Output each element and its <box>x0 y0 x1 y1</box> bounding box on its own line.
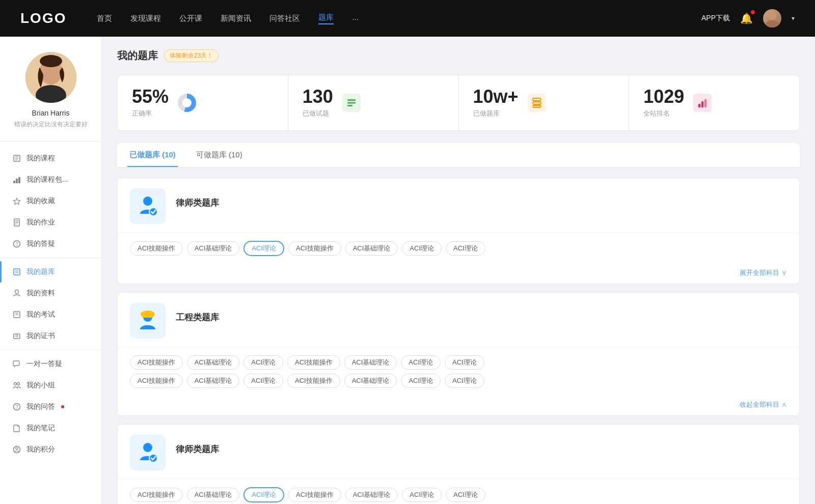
tag-5[interactable]: ACI理论 <box>402 241 442 256</box>
nav-quiz[interactable]: 题库 <box>318 13 334 24</box>
quiz-bank-icon <box>12 267 21 276</box>
collapse-btn-engineer[interactable]: 收起全部科目 ∧ <box>118 396 799 415</box>
svg-rect-26 <box>14 334 20 339</box>
eng-tag-0[interactable]: ACI技能操作 <box>130 355 183 370</box>
notification-bell[interactable]: 🔔 <box>740 12 753 24</box>
quiz-bank-lawyer-1-name: 律师类题库 <box>176 197 219 209</box>
sidebar-item-1on1[interactable]: 一对一答疑 <box>0 353 101 375</box>
tab-done[interactable]: 已做题库 (10) <box>127 143 178 167</box>
svg-point-33 <box>16 447 18 450</box>
eng-tag-1[interactable]: ACI基础理论 <box>187 355 240 370</box>
favorites-icon <box>12 197 21 206</box>
eng-tag2-2[interactable]: ACI理论 <box>243 374 283 388</box>
eng-tag-3[interactable]: ACI技能操作 <box>287 355 340 370</box>
l2-tag-0[interactable]: ACI技能操作 <box>130 488 183 502</box>
sidebar-item-certificate[interactable]: 我的证书 <box>0 325 101 347</box>
eng-tag2-3[interactable]: ACI技能操作 <box>287 374 340 388</box>
app-download-btn[interactable]: APP下载 <box>701 14 730 23</box>
tags-row-engineer-1: ACI技能操作 ACI基础理论 ACI理论 ACI技能操作 ACI基础理论 AC… <box>130 355 787 370</box>
eng-tag-2[interactable]: ACI理论 <box>243 355 283 370</box>
tag-4[interactable]: ACI基础理论 <box>345 241 398 256</box>
sidebar-profile: Brian Harris 错误的决定比没有决定要好 <box>0 52 101 142</box>
l2-tag-5[interactable]: ACI理论 <box>402 488 442 502</box>
nav-news[interactable]: 新闻资讯 <box>221 14 251 23</box>
eng-tag2-0[interactable]: ACI技能操作 <box>130 374 183 388</box>
quiz-bank-engineer-header: 工程类题库 <box>118 293 799 347</box>
tag-0[interactable]: ACI技能操作 <box>130 241 183 256</box>
sidebar-item-notes[interactable]: 我的笔记 <box>0 417 101 439</box>
nav-discover[interactable]: 发现课程 <box>130 14 161 23</box>
sidebar-item-qa[interactable]: ? 我的答疑 <box>0 233 101 255</box>
exam-icon <box>12 310 21 319</box>
eng-tag2-4[interactable]: ACI基础理论 <box>344 374 397 388</box>
sidebar-item-homework[interactable]: 我的作业 <box>0 212 101 233</box>
bar-chart-icon <box>693 94 712 112</box>
tag-3[interactable]: ACI技能操作 <box>288 241 341 256</box>
logo: LOGO <box>20 10 66 26</box>
eng-tag2-5[interactable]: ACI理论 <box>401 374 441 388</box>
expand-btn-lawyer-1[interactable]: 展开全部科目 ∨ <box>118 264 799 284</box>
l2-tag-1[interactable]: ACI基础理论 <box>187 488 240 502</box>
quiz-bank-engineer-name: 工程类题库 <box>176 312 219 323</box>
sidebar-label-my-course: 我的课程 <box>26 154 55 163</box>
eng-tag2-1[interactable]: ACI基础理论 <box>187 374 240 388</box>
sidebar-item-exam[interactable]: 我的考试 <box>0 304 101 325</box>
sidebar-item-profile[interactable]: 我的资料 <box>0 283 101 304</box>
nav-more[interactable]: ··· <box>352 14 359 23</box>
sidebar-item-favorites[interactable]: 我的收藏 <box>0 190 101 212</box>
nav-qa[interactable]: 问答社区 <box>269 14 300 23</box>
collapse-label-engineer: 收起全部科目 ∧ <box>740 400 787 409</box>
stat-accuracy: 55% 正确率 <box>118 75 288 130</box>
tag-1[interactable]: ACI基础理论 <box>187 241 240 256</box>
eng-tag-6[interactable]: ACI理论 <box>445 355 484 370</box>
eng-tag-5[interactable]: ACI理论 <box>401 355 441 370</box>
svg-text:?: ? <box>15 241 18 247</box>
sidebar-item-my-course[interactable]: 我的课程 <box>0 148 101 169</box>
sidebar-menu: 我的课程 我的课程包... 我的收藏 我的作业 <box>0 148 101 460</box>
sidebar-label-group: 我的小组 <box>26 381 55 390</box>
qa-icon: ? <box>12 239 21 248</box>
sidebar-label-qa: 我的答疑 <box>26 239 55 248</box>
notes-icon <box>12 424 21 433</box>
sidebar-item-group[interactable]: 我的小组 <box>0 375 101 396</box>
l2-tag-6[interactable]: ACI理论 <box>446 488 485 502</box>
svg-rect-11 <box>16 179 18 183</box>
svg-point-29 <box>17 382 20 385</box>
stat-done-questions: 130 已做试题 <box>288 75 459 130</box>
sidebar-item-quiz-bank[interactable]: 我的题库 <box>0 261 101 283</box>
divider-2 <box>0 350 101 350</box>
nav-home[interactable]: 首页 <box>97 14 112 23</box>
sidebar-item-points[interactable]: 我的积分 <box>0 439 101 460</box>
stat-ranking: 1029 全站排名 <box>629 75 799 130</box>
svg-text:?: ? <box>15 404 18 410</box>
main-wrapper: Brian Harris 错误的决定比没有决定要好 我的课程 我的课程包... <box>0 37 815 504</box>
svg-point-49 <box>143 443 152 452</box>
svg-rect-37 <box>533 98 541 101</box>
stat-ranking-info: 1029 全站排名 <box>643 88 684 118</box>
tag-2-active[interactable]: ACI理论 <box>243 241 284 256</box>
sidebar-item-my-qa[interactable]: ? 我的问答 <box>0 396 101 417</box>
nav-open-course[interactable]: 公开课 <box>179 14 202 23</box>
l2-tag-4[interactable]: ACI基础理论 <box>345 488 398 502</box>
user-dropdown-arrow[interactable]: ▾ <box>792 15 795 22</box>
svg-point-0 <box>768 12 776 20</box>
sidebar-item-course-pkg[interactable]: 我的课程包... <box>0 169 101 190</box>
stat-done-questions-value: 130 <box>303 88 333 106</box>
quiz-bank-lawyer-1-tags: ACI技能操作 ACI基础理论 ACI理论 ACI技能操作 ACI基础理论 AC… <box>118 233 799 264</box>
svg-rect-19 <box>14 269 20 275</box>
quiz-bank-lawyer-2: 律师类题库 ACI技能操作 ACI基础理论 ACI理论 ACI技能操作 ACI基… <box>117 424 800 504</box>
svg-point-28 <box>14 382 17 385</box>
l2-tag-3[interactable]: ACI技能操作 <box>288 488 341 502</box>
quiz-bank-lawyer-1-header: 律师类题库 <box>118 178 799 233</box>
eng-tag2-6[interactable]: ACI理论 <box>445 374 484 388</box>
course-icon <box>12 154 21 163</box>
tag-6[interactable]: ACI理论 <box>446 241 485 256</box>
stat-done-banks-label: 已做题库 <box>473 109 519 118</box>
trial-badge: 体验剩余23天！ <box>164 49 219 62</box>
tab-available[interactable]: 可做题库 (10) <box>194 143 244 167</box>
database-icon <box>528 94 546 112</box>
svg-rect-42 <box>701 101 703 107</box>
user-avatar[interactable] <box>763 9 781 27</box>
eng-tag-4[interactable]: ACI基础理论 <box>344 355 397 370</box>
l2-tag-2-active[interactable]: ACI理论 <box>243 487 284 502</box>
